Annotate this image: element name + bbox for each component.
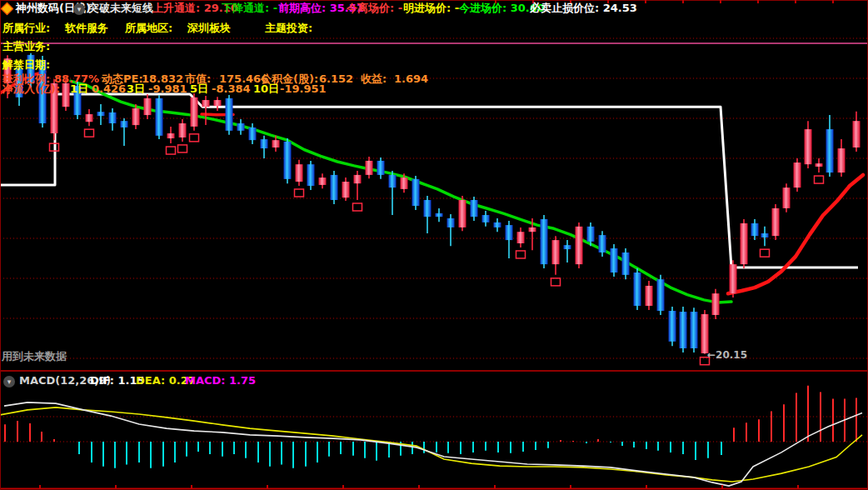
future-data-warning: 用到未来数据 — [2, 351, 67, 362]
region-label: 所属地区: — [125, 22, 172, 34]
d5-value: -8.384 — [212, 83, 251, 95]
region-value: 深圳板块 — [187, 22, 231, 34]
collapse-macd-icon[interactable]: ▾ — [3, 374, 15, 388]
exit-price-today: 今离场价: - — [347, 2, 402, 14]
net-inflow-label: 净流入(亿): — [2, 83, 60, 95]
macd-value: MACD: 1.75 — [185, 374, 256, 387]
d5-label: 5日 — [190, 83, 208, 95]
d10-value: -19.951 — [280, 83, 327, 95]
d1-label: 1日 — [70, 83, 88, 95]
entry-price-tomorrow: 明进场价: - — [403, 2, 459, 14]
stop-loss-price: 必卖止损价位: 24.53 — [530, 2, 637, 14]
d3-label: 3日 — [127, 83, 145, 95]
d10-label: 10日 — [253, 83, 279, 95]
eps-value: 1.694 — [394, 73, 428, 85]
down-channel: 下降通道: - — [222, 2, 277, 14]
trading-app-window: 神州数码(日线) ▾ 突破未来短线 上升通道: 29.10 下降通道: - 前期… — [0, 0, 868, 490]
eps-label: 收益: — [361, 73, 387, 85]
theme-label: 主题投资: — [265, 22, 312, 34]
industry-value: 软件服务 — [65, 22, 108, 34]
d1-value: 0.426 — [92, 83, 126, 95]
indicator-name: 突破未来短线 — [88, 2, 153, 14]
collapse-main-icon[interactable]: ▾ — [73, 2, 85, 15]
d3-value: -9.981 — [148, 83, 187, 95]
app-icon[interactable] — [2, 4, 12, 16]
main-business-label: 主营业务: — [2, 41, 50, 52]
unlock-date-label: 解禁日期: — [2, 59, 50, 71]
industry-label: 所属行业: — [2, 22, 50, 34]
low-price-label: ←20.15 — [707, 349, 747, 361]
